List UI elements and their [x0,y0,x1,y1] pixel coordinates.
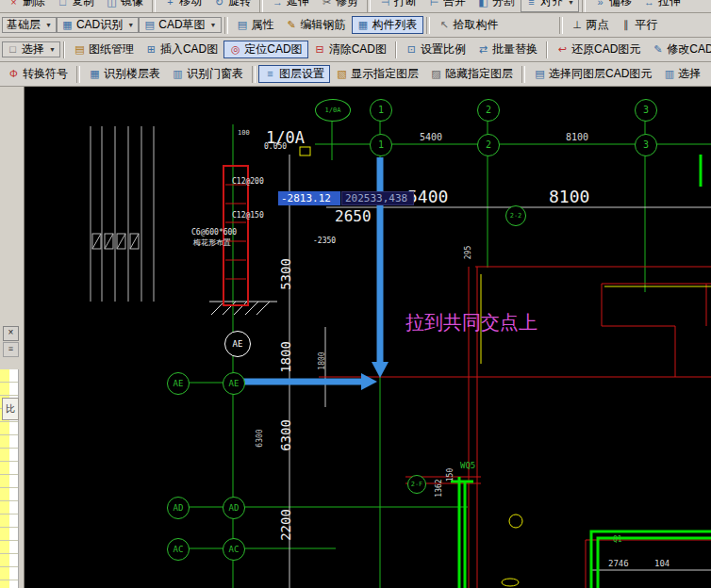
modify-cad-button[interactable]: ✎修改CAD图元 [646,41,711,58]
stretch-button[interactable]: ↔拉伸 [637,0,686,12]
mirror-button[interactable]: ◫镜像 [100,0,149,12]
recognize-door-window-table-button[interactable]: ▥识别门窗表 [166,65,249,83]
axis-bubble-ae[interactable]: AE [223,372,245,395]
show-specified-layer-button-label: 显示指定图层 [351,68,419,80]
show-specified-layer-button-icon: ▧ [336,69,348,79]
cad-recognize-select[interactable]: ▦CAD识别▼ [57,17,139,33]
pick-component-button[interactable]: ↖拾取构件 [433,16,504,34]
component-list-button-label: 构件列表 [372,19,418,31]
axis-bubble-ac[interactable]: AC [167,538,190,561]
extend-button[interactable]: →延伸 [266,0,315,12]
align-button-icon: ≡ [525,0,537,8]
panel-tab[interactable]: 比 [2,398,19,420]
clear-cad-button[interactable]: ⊟清除CAD图 [308,41,392,58]
floor-select-label: 基础层 [7,19,41,31]
toolbar-cad-row: □选择▼▤图纸管理⊞插入CAD图◎定位CAD图⊟清除CAD图⊡设置比例⇄批量替换… [0,38,711,62]
move-button-icon: + [164,0,176,8]
cad-sketch-select-label: CAD草图 [158,19,205,31]
axis-bubble-2[interactable]: 2 [477,134,500,156]
axis-bubble-3[interactable]: 3 [635,99,657,122]
dim-6300-small: 6300 [256,429,264,447]
rotate-button-icon: ↻ [213,0,225,8]
two-point-button-icon: ⊥ [571,20,584,30]
copy-button-icon: □ [57,0,69,8]
coordinate-input-secondary[interactable]: 202533,438 [341,191,414,205]
break-button-label: 打断 [394,0,417,8]
rotate-button-label: 旋转 [228,0,251,8]
cad-sketch-select-icon: ▤ [143,20,156,30]
mirror-button-label: 镜像 [121,0,143,8]
split-button[interactable]: ◧分割 [471,0,521,12]
set-scale-button-icon: ⊡ [405,44,418,55]
select-same-layer-cad-button[interactable]: ▤选择同图层CAD图元 [528,65,657,83]
dim-2200-vertical: 2200 [279,509,292,541]
select-mode-combo[interactable]: □选择▼ [2,41,60,57]
parallel-button[interactable]: ∥平行 [615,16,664,34]
edit-rebar-button[interactable]: ✎编辑钢筋 [280,16,352,34]
cad-canvas[interactable]: -2813.12 202533,438 1/0A5400810054008100… [25,87,711,588]
axis-bubble-ad[interactable]: AD [223,497,245,519]
convert-symbol-button-icon: Φ [8,69,20,79]
dim-5400-small: 5400 [420,133,442,142]
convert-symbol-button[interactable]: Φ转换符号 [2,65,74,83]
show-specified-layer-button[interactable]: ▧显示指定图层 [330,65,424,83]
rotate-button[interactable]: ↻旋转 [207,0,256,12]
axis-bubble-1-0a[interactable]: 1/0A [315,99,351,122]
floor-select[interactable]: 基础层▼ [2,17,57,33]
cad-sketch-select[interactable]: ▤CAD草图▼ [139,17,221,33]
move-button[interactable]: +移动 [158,0,207,12]
recognize-floor-table-button[interactable]: ▦识别楼层表 [83,65,166,83]
trim-button[interactable]: ✂修剪 [315,0,364,12]
delete-button[interactable]: ×删除 [2,0,51,12]
layer-settings-button[interactable]: ≡图层设置 [258,65,330,83]
locate-cad-button[interactable]: ◎定位CAD图 [223,41,307,58]
axis-bubble-2-f[interactable]: 2-F [407,475,426,494]
axis-bubble-2-2[interactable]: 2-2 [505,205,526,226]
two-point-button-label: 两点 [587,19,609,31]
modify-cad-button-label: 修改CAD图元 [667,43,711,56]
axis-bubble-3[interactable]: 3 [635,134,657,156]
edit-rebar-button-label: 编辑钢筋 [301,19,346,31]
trim-button-label: 修剪 [336,0,358,8]
dim-8100-large: 8100 [549,188,589,205]
properties-button[interactable]: ▤属性 [231,16,280,34]
layer-settings-button-icon: ≡ [264,69,276,79]
component-list-button[interactable]: ▦构件列表 [352,16,423,34]
panel-expand-icon[interactable]: ≡ [3,342,19,357]
dim-104: 104 [654,560,670,568]
merge-button[interactable]: ⊢合并 [422,0,471,12]
batch-replace-button[interactable]: ⇄批量替换 [471,41,543,58]
coordinate-input-primary[interactable]: -2813.12 [278,191,340,205]
axis-bubble-ae[interactable]: AE [224,331,251,357]
align-button[interactable]: ≡对齐▼ [521,0,579,12]
pick-component-button-icon: ↖ [438,20,451,30]
axis-bubble-ad[interactable]: AD [167,497,190,519]
two-point-button[interactable]: ⊥两点 [566,16,615,34]
restore-cad-button[interactable]: ↩还原CAD图元 [551,41,646,58]
axis-bubble-1[interactable]: 1 [370,134,392,156]
hide-specified-layer-button[interactable]: ▨隐藏指定图层 [424,65,519,83]
batch-replace-button-icon: ⇄ [477,44,489,55]
drawing-manager-button[interactable]: ▤图纸管理 [68,41,140,58]
panel-close-button[interactable]: × [3,326,19,341]
offset-button[interactable]: »偏移 [588,0,637,12]
toolbar-separator [426,17,430,34]
set-scale-button[interactable]: ⊡设置比例 [400,41,471,58]
parallel-button-icon: ∥ [620,20,633,30]
locate-cad-button-label: 定位CAD图 [244,43,302,56]
wall-label-q1: Q1 [613,536,622,544]
truncated-toolbar-button[interactable]: ▥选择 [657,65,706,83]
break-button[interactable]: ⊣打断 [373,0,422,12]
copy-button[interactable]: □复制 [51,0,100,12]
axis-bubble-2[interactable]: 2 [477,99,500,122]
toolbar-separator [224,17,228,34]
dim-150: 150 [447,468,455,482]
cad-linework [25,87,711,588]
offset-button-label: 偏移 [609,0,632,8]
axis-bubble-ae[interactable]: AE [167,372,190,395]
toolbar-separator [76,66,80,83]
axis-bubble-1[interactable]: 1 [370,99,392,122]
insert-cad-button[interactable]: ⊞插入CAD图 [140,41,223,58]
axis-bubble-ac[interactable]: AC [223,538,245,561]
properties-button-label: 属性 [252,19,274,31]
